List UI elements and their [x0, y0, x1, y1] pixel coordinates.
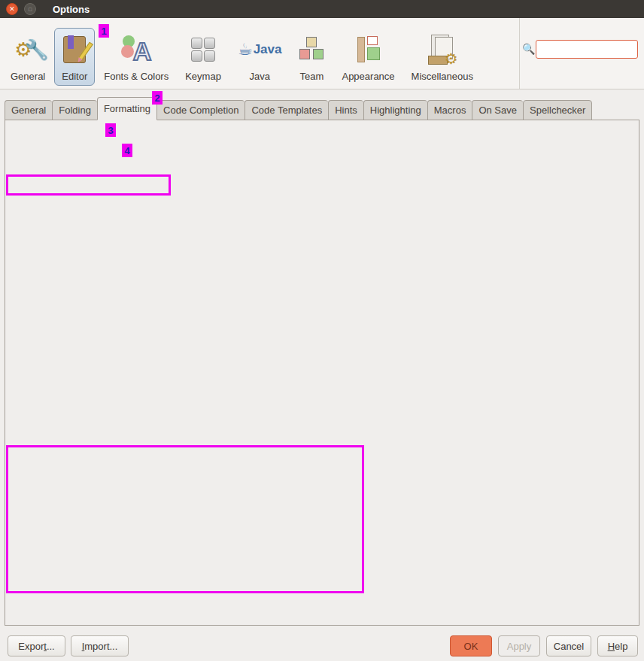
cancel-button[interactable]: Cancel — [546, 635, 591, 656]
search-icon: 🔍 — [522, 43, 535, 55]
general-icon: ⚙🔧 — [14, 33, 41, 66]
toolbar-item-editor[interactable]: Editor — [54, 28, 95, 86]
annotation-badge-2: 2 — [152, 91, 163, 105]
annotation-badge-1: 1 — [99, 24, 109, 38]
toolbar-item-miscellaneous[interactable]: ⚙ Miscellaneous — [404, 28, 481, 86]
toolbar-label: Keymap — [185, 71, 221, 82]
export-button[interactable]: Export... — [8, 635, 65, 656]
editor-icon — [63, 33, 86, 66]
window-title: Options — [53, 4, 90, 15]
toolbar-item-appearance[interactable]: Appearance — [334, 28, 402, 86]
miscellaneous-icon: ⚙ — [428, 33, 457, 66]
appearance-icon — [356, 33, 381, 66]
apply-button[interactable]: Apply — [498, 635, 540, 656]
toolbar-item-general[interactable]: ⚙🔧 General — [3, 28, 53, 86]
java-icon: ☕Java — [238, 33, 282, 66]
annotation-badge-4: 4 — [122, 144, 132, 157]
tab-code-completion[interactable]: Code Completion — [157, 100, 245, 120]
toolbar-label: Java — [249, 71, 269, 82]
unmaximize-window-icon[interactable]: □ — [24, 3, 36, 15]
import-button[interactable]: Import... — [71, 635, 129, 656]
close-window-icon[interactable]: ✕ — [6, 3, 18, 15]
tab-spellchecker[interactable]: Spellchecker — [523, 100, 592, 120]
editor-tabs: General Folding Formatting Code Completi… — [5, 99, 639, 120]
toolbar-separator — [519, 18, 520, 89]
keymap-icon — [191, 33, 215, 66]
toolbar-item-team[interactable]: Team — [290, 28, 333, 86]
toolbar-label: Appearance — [342, 71, 394, 82]
toolbar-label: Team — [300, 71, 324, 82]
category-toolbar: ⚙🔧 General Editor A Fonts & Colors Keyma… — [0, 18, 644, 89]
toolbar-label: Editor — [62, 71, 87, 82]
search-input[interactable] — [536, 40, 638, 59]
tab-hints[interactable]: Hints — [328, 100, 363, 120]
tab-highlighting[interactable]: Highlighting — [363, 100, 427, 120]
titlebar: ✕ □ Options — [0, 0, 644, 18]
team-icon — [298, 33, 325, 66]
formatting-panel — [5, 120, 639, 626]
tab-code-templates[interactable]: Code Templates — [245, 100, 328, 120]
tab-formatting[interactable]: Formatting — [97, 97, 157, 120]
help-button[interactable]: Help — [597, 635, 638, 656]
tab-folding[interactable]: Folding — [52, 100, 97, 120]
tab-macros[interactable]: Macros — [427, 100, 472, 120]
tab-on-save[interactable]: On Save — [472, 100, 523, 120]
toolbar-item-java[interactable]: ☕Java Java — [230, 28, 290, 86]
toolbar-label: Fonts & Colors — [104, 71, 169, 82]
toolbar-label: Miscellaneous — [412, 71, 473, 82]
fonts-colors-icon: A — [121, 33, 151, 66]
ok-button[interactable]: OK — [450, 635, 492, 656]
tab-general[interactable]: General — [5, 100, 52, 120]
annotation-badge-3: 3 — [105, 123, 116, 137]
toolbar-label: General — [11, 71, 45, 82]
toolbar-item-keymap[interactable]: Keymap — [178, 28, 229, 86]
